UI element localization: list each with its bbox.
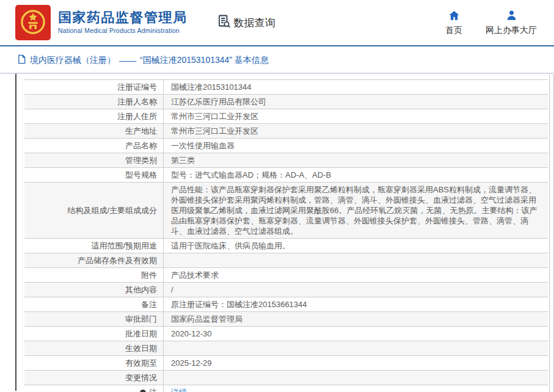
data-query-label: 数据查询 (234, 16, 275, 30)
home-icon (448, 10, 460, 23)
row-value: 一次性使用输血器 (164, 139, 548, 153)
table-row: 附件 产品技术要求 (24, 267, 548, 282)
table-row: 生产地址 常州市三河口工业开发区 (24, 123, 548, 138)
table-row: 审批部门 国家药品监督管理局 (24, 311, 548, 326)
row-value: 国家药品监督管理局 (164, 312, 548, 326)
row-label: 生效日期 (24, 341, 164, 355)
row-label: 有效期至 (24, 356, 164, 370)
org-name-zh: 国家药品监督管理局 (58, 11, 188, 24)
table-row: 管理类别 第三类 (24, 153, 548, 167)
row-value: 产品技术要求 (164, 268, 548, 282)
row-value: 国械注准20153101344 (164, 80, 548, 94)
row-label: 结构及组成/主要组成成分 (24, 183, 164, 238)
breadcrumb-separator: —— (119, 56, 136, 65)
table-row: 结构及组成/主要组成成分 产品性能：该产品瓶塞穿刺器保护套采用聚乙烯粒料制成，瓶… (24, 182, 548, 238)
table-row: 适用范围/预期用途 适用于医院临床、供病员输血用。 (24, 238, 548, 253)
nav-service-hall-label: 网上办事大厅 (486, 25, 537, 36)
row-label: 产品名称 (24, 139, 164, 153)
row-value: 原注册证编号：国械注准20153661344 (164, 297, 548, 311)
table-row: 产品名称 一次性使用输血器 (24, 138, 548, 153)
row-value: 常州市三河口工业开发区 (164, 109, 548, 123)
row-value: / (164, 283, 548, 297)
row-value: 产品性能：该产品瓶塞穿刺器保护套采用聚乙烯粒料制成，瓶塞穿刺器采用ABS粒料制成… (164, 183, 548, 238)
nmpa-logo[interactable] (15, 5, 51, 40)
row-value: 江苏亿乐医疗用品有限公司 (164, 95, 548, 109)
row-label: 备注 (24, 297, 164, 311)
detail-link[interactable]: 详情 (171, 387, 187, 392)
row-label: 管理类别 (24, 153, 164, 167)
row-label: 型号规格 (24, 168, 164, 182)
site-header: 国家药品监督管理局 National Medical Products Admi… (0, 0, 554, 46)
table-row: 注 详情 (24, 385, 548, 392)
row-value (164, 253, 548, 267)
row-value: 第三类 (164, 153, 548, 167)
national-emblem-icon (20, 8, 46, 37)
table-row: 注册证编号 国械注准20153101344 (24, 79, 548, 94)
row-label: 注册人住所 (24, 109, 164, 123)
row-label: 注 (24, 385, 164, 392)
row-label: 适用范围/预期用途 (24, 239, 164, 253)
nav-data-query[interactable]: 数据查询 (217, 14, 275, 32)
row-label: 审批部门 (24, 312, 164, 326)
table-row: 型号规格 型号：进气式输血器AD；规格：AD-A、AD-B (24, 167, 548, 182)
row-label: 产品储存条件及有效期 (24, 253, 164, 267)
nav-service-hall[interactable]: 网上办事大厅 (486, 10, 537, 36)
row-label: 生产地址 (24, 124, 164, 138)
table-row: 备注 原注册证编号：国械注准20153661344 (24, 297, 548, 311)
row-value (164, 341, 548, 355)
info-table: 注册证编号 国械注准20153101344 注册人名称 江苏亿乐医疗用品有限公司… (24, 79, 548, 392)
breadcrumb-current: “国械注准20153101344” 基本信息 (140, 55, 269, 66)
row-value (164, 371, 548, 385)
table-row: 生效日期 (24, 341, 548, 355)
person-icon (506, 10, 517, 23)
row-label: 批准日期 (24, 327, 164, 341)
tip-icon (140, 390, 146, 392)
table-row: 批准日期 2020-12-30 (24, 326, 548, 341)
breadcrumb: 境内医疗器械（注册） —— “国械注准20153101344” 基本信息 (0, 46, 554, 74)
row-value: 2025-12-29 (164, 356, 548, 370)
nav-home-label: 首页 (445, 25, 462, 36)
row-value: 详情 (164, 385, 548, 392)
document-icon (17, 54, 26, 66)
content-area: 注册证编号 国械注准20153101344 注册人名称 江苏亿乐医疗用品有限公司… (15, 74, 554, 391)
breadcrumb-section[interactable]: 境内医疗器械（注册） (30, 55, 115, 66)
table-row: 注册人名称 江苏亿乐医疗用品有限公司 (24, 94, 548, 109)
table-row: 注册人住所 常州市三河口工业开发区 (24, 109, 548, 123)
row-label: 附件 (24, 268, 164, 282)
row-label: 注册人名称 (24, 95, 164, 109)
site-title: 国家药品监督管理局 National Medical Products Admi… (58, 11, 188, 34)
table-row: 产品储存条件及有效期 (24, 253, 548, 267)
row-value: 型号：进气式输血器AD；规格：AD-A、AD-B (164, 168, 548, 182)
table-row: 有效期至 2025-12-29 (24, 355, 548, 370)
row-value: 常州市三河口工业开发区 (164, 124, 548, 138)
nav-home[interactable]: 首页 (445, 10, 462, 36)
table-row: 其他内容 / (24, 282, 548, 297)
row-value: 2020-12-30 (164, 327, 548, 341)
top-nav: 首页 网上办事大厅 (445, 10, 537, 36)
data-query-icon (217, 14, 231, 32)
row-label: 其他内容 (24, 283, 164, 297)
row-value: 适用于医院临床、供病员输血用。 (164, 239, 548, 253)
table-row: 变更情况 (24, 370, 548, 385)
vertical-scrollbar[interactable] (549, 74, 554, 392)
row-label: 变更情况 (24, 371, 164, 385)
org-name-en: National Medical Products Administration (58, 27, 188, 34)
row-label: 注册证编号 (24, 80, 164, 94)
